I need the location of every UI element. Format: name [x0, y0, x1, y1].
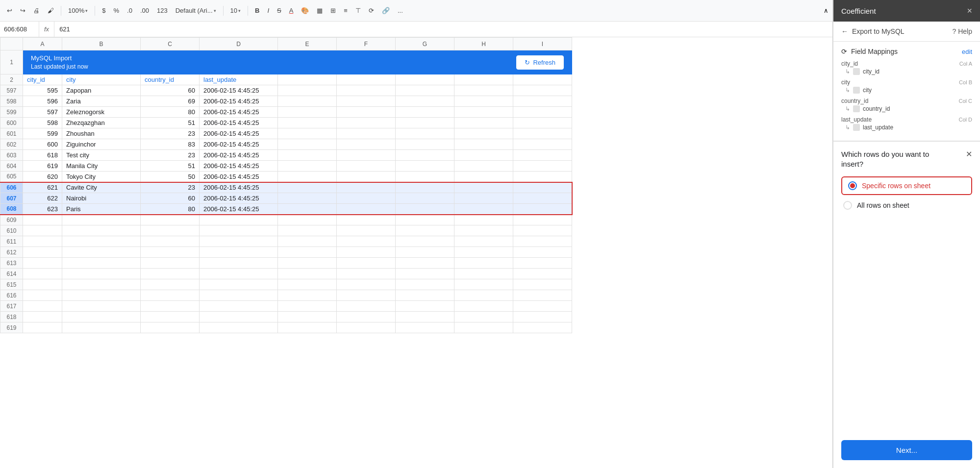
- cell-city[interactable]: [62, 258, 141, 269]
- cell-e[interactable]: [278, 118, 337, 128]
- cell-i[interactable]: [513, 193, 572, 204]
- strikethrough-button[interactable]: S: [274, 5, 284, 16]
- cell-last-update[interactable]: 2006-02-15 4:45:25: [200, 172, 278, 182]
- cell-h[interactable]: [454, 236, 513, 247]
- cell-i[interactable]: [513, 96, 572, 107]
- cell-country-id[interactable]: 83: [141, 139, 200, 150]
- cell-city[interactable]: [62, 247, 141, 258]
- cell-city[interactable]: [62, 236, 141, 247]
- cell-f[interactable]: [337, 279, 396, 290]
- cell-e[interactable]: [278, 128, 337, 139]
- cell-city-id[interactable]: 598: [23, 118, 62, 128]
- cell-f[interactable]: [337, 258, 396, 269]
- which-rows-close-button[interactable]: ✕: [966, 149, 972, 159]
- hide-toolbar-button[interactable]: ∧: [824, 7, 829, 14]
- cell-last-update[interactable]: [200, 247, 278, 258]
- cell-h[interactable]: [454, 204, 513, 215]
- cell-last-update[interactable]: [200, 301, 278, 312]
- cell-h[interactable]: [454, 107, 513, 118]
- cell-e[interactable]: [278, 150, 337, 161]
- cell-e[interactable]: [278, 204, 337, 215]
- cell-city-id[interactable]: 619: [23, 161, 62, 172]
- cell-country-id[interactable]: [141, 322, 200, 333]
- cell-country-id[interactable]: [141, 247, 200, 258]
- cell-e[interactable]: [278, 290, 337, 301]
- table-row[interactable]: 614: [0, 269, 572, 279]
- cell-country-id[interactable]: 50: [141, 172, 200, 182]
- cell-country-id[interactable]: [141, 215, 200, 225]
- cell-city-id[interactable]: [23, 290, 62, 301]
- table-row[interactable]: 602 600 Ziguinchor 83 2006-02-15 4:45:25: [0, 139, 572, 150]
- cell-i[interactable]: [513, 312, 572, 322]
- cell-h[interactable]: [454, 322, 513, 333]
- cell-e[interactable]: [278, 172, 337, 182]
- cell-i[interactable]: [513, 128, 572, 139]
- cell-g[interactable]: [396, 290, 454, 301]
- cell-country-id[interactable]: 80: [141, 204, 200, 215]
- cell-i[interactable]: [513, 150, 572, 161]
- cell-f[interactable]: [337, 85, 396, 96]
- cell-city-id[interactable]: 621: [23, 182, 62, 193]
- radio-option-all[interactable]: All rows on sheet: [841, 201, 972, 210]
- percent-button[interactable]: %: [110, 5, 122, 16]
- cell-f[interactable]: [337, 247, 396, 258]
- cell-f[interactable]: [337, 236, 396, 247]
- cell-city-id[interactable]: [23, 269, 62, 279]
- paint-format-button[interactable]: 🖌: [45, 5, 57, 16]
- cell-last-update[interactable]: [200, 269, 278, 279]
- cell-city[interactable]: [62, 290, 141, 301]
- cell-country-id[interactable]: [141, 312, 200, 322]
- cell-i[interactable]: [513, 118, 572, 128]
- cell-last-update[interactable]: 2006-02-15 4:45:25: [200, 150, 278, 161]
- cell-e[interactable]: [278, 225, 337, 236]
- cell-e[interactable]: [278, 312, 337, 322]
- cell-i[interactable]: [513, 269, 572, 279]
- cell-last-update[interactable]: 2006-02-15 4:45:25: [200, 161, 278, 172]
- grid-container[interactable]: A B C D E F G H I 1 MySQL Import Last up…: [0, 37, 832, 468]
- cell-h[interactable]: [454, 182, 513, 193]
- cell-city[interactable]: Zhezqazghan: [62, 118, 141, 128]
- table-row[interactable]: 608 623 Paris 80 2006-02-15 4:45:25: [0, 204, 572, 215]
- cell-city[interactable]: [62, 322, 141, 333]
- cell-country-id[interactable]: 60: [141, 85, 200, 96]
- cell-country-id[interactable]: 69: [141, 96, 200, 107]
- cell-f[interactable]: [337, 193, 396, 204]
- cell-g[interactable]: [396, 139, 454, 150]
- col-i[interactable]: [513, 74, 572, 85]
- col-e[interactable]: [278, 74, 337, 85]
- font-size-dropdown[interactable]: 10 ▾: [227, 5, 244, 16]
- table-row[interactable]: 616: [0, 290, 572, 301]
- cell-country-id[interactable]: [141, 258, 200, 269]
- table-row[interactable]: 609: [0, 215, 572, 225]
- col-country-id[interactable]: country_id: [141, 74, 200, 85]
- table-row[interactable]: 604 619 Manila City 51 2006-02-15 4:45:2…: [0, 161, 572, 172]
- table-row[interactable]: 600 598 Zhezqazghan 51 2006-02-15 4:45:2…: [0, 118, 572, 128]
- back-button[interactable]: ← Export to MySQL: [841, 27, 905, 35]
- font-dropdown[interactable]: Default (Ari... ▾: [173, 5, 219, 16]
- cell-city[interactable]: Zaria: [62, 96, 141, 107]
- cell-country-id[interactable]: 23: [141, 128, 200, 139]
- cell-country-id[interactable]: [141, 290, 200, 301]
- col-last-update[interactable]: last_update: [200, 74, 278, 85]
- cell-city-id[interactable]: [23, 236, 62, 247]
- col-g[interactable]: [396, 74, 454, 85]
- cell-i[interactable]: [513, 204, 572, 215]
- cell-e[interactable]: [278, 193, 337, 204]
- option-box-specific[interactable]: Specific rows on sheet: [841, 176, 972, 195]
- cell-last-update[interactable]: 2006-02-15 4:45:25: [200, 139, 278, 150]
- cell-i[interactable]: [513, 139, 572, 150]
- more-button[interactable]: ...: [395, 5, 406, 16]
- zoom-dropdown[interactable]: 100% ▾: [65, 5, 91, 16]
- cell-e[interactable]: [278, 236, 337, 247]
- cell-city-id[interactable]: 599: [23, 128, 62, 139]
- cell-city[interactable]: [62, 269, 141, 279]
- cell-h[interactable]: [454, 193, 513, 204]
- cell-country-id[interactable]: [141, 279, 200, 290]
- cell-f[interactable]: [337, 182, 396, 193]
- cell-last-update[interactable]: [200, 225, 278, 236]
- col-h[interactable]: [454, 74, 513, 85]
- cell-country-id[interactable]: [141, 269, 200, 279]
- cell-f[interactable]: [337, 215, 396, 225]
- cell-g[interactable]: [396, 322, 454, 333]
- cell-f[interactable]: [337, 128, 396, 139]
